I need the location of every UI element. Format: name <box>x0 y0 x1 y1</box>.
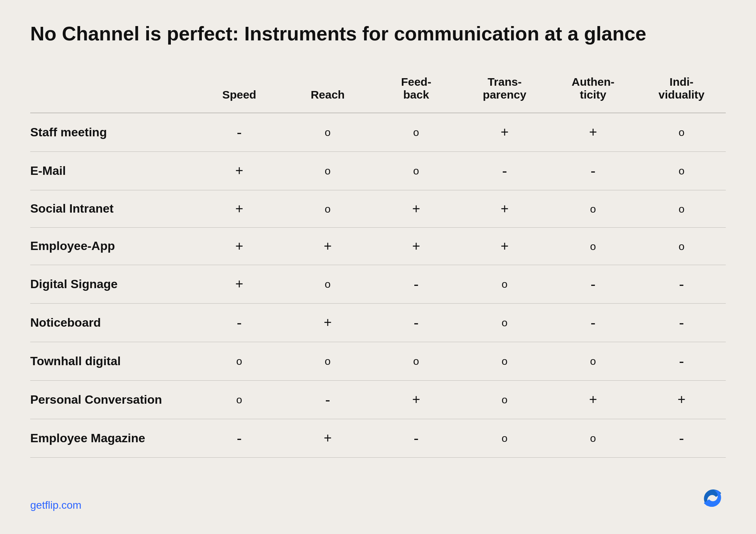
cell-symbol: - <box>237 124 242 140</box>
cell-symbol: + <box>324 238 332 254</box>
cell-feedback: - <box>372 419 460 457</box>
cell-speed: o <box>195 380 284 419</box>
cell-transparency: + <box>460 113 549 152</box>
cell-symbol: - <box>590 314 595 331</box>
cell-symbol: + <box>500 124 508 140</box>
cell-symbol: o <box>325 165 331 177</box>
cell-speed: + <box>195 227 284 265</box>
col-transparency: Trans-parency <box>460 68 549 113</box>
cell-symbol: o <box>325 355 331 367</box>
cell-symbol: o <box>413 355 419 367</box>
cell-symbol: o <box>679 203 685 215</box>
cell-symbol: - <box>237 430 242 446</box>
col-reach: Reach <box>284 68 372 113</box>
cell-authenticity: + <box>549 380 637 419</box>
cell-individuality: o <box>637 227 726 265</box>
cell-symbol: + <box>235 201 243 216</box>
row-channel-label: Personal Conversation <box>30 380 195 419</box>
cell-symbol: o <box>236 394 242 406</box>
cell-transparency: o <box>460 265 549 303</box>
col-individuality: Indi-viduality <box>637 68 726 113</box>
cell-reach: - <box>284 380 372 419</box>
cell-feedback: + <box>372 190 460 227</box>
cell-symbol: o <box>590 432 596 444</box>
cell-symbol: - <box>237 314 242 331</box>
cell-feedback: - <box>372 303 460 342</box>
cell-reach: o <box>284 265 372 303</box>
cell-feedback: - <box>372 265 460 303</box>
cell-symbol: o <box>590 355 596 367</box>
cell-symbol: o <box>590 203 596 215</box>
table-row: E-Mail+oo--o <box>30 151 726 190</box>
cell-speed: - <box>195 113 284 152</box>
cell-individuality: o <box>637 113 726 152</box>
footer-link[interactable]: getflip.com <box>30 499 81 511</box>
cell-reach: + <box>284 227 372 265</box>
cell-transparency: o <box>460 380 549 419</box>
cell-authenticity: o <box>549 227 637 265</box>
cell-speed: - <box>195 419 284 457</box>
cell-symbol: + <box>677 392 685 407</box>
cell-authenticity: - <box>549 151 637 190</box>
col-speed: Speed <box>195 68 284 113</box>
cell-feedback: + <box>372 380 460 419</box>
cell-authenticity: - <box>549 303 637 342</box>
cell-symbol: o <box>679 241 685 252</box>
row-channel-label: E-Mail <box>30 151 195 190</box>
row-channel-label: Townhall digital <box>30 342 195 380</box>
col-authenticity: Authen-ticity <box>549 68 637 113</box>
comparison-table-wrapper: Speed Reach Feed-back Trans-parency Auth… <box>30 68 726 474</box>
table-row: Employee-App++++oo <box>30 227 726 265</box>
cell-symbol: + <box>589 124 597 140</box>
cell-symbol: + <box>235 238 243 254</box>
cell-symbol: o <box>679 165 685 177</box>
cell-symbol: o <box>236 355 242 367</box>
cell-authenticity: o <box>549 342 637 380</box>
getflip-logo-icon <box>699 485 726 511</box>
cell-transparency: o <box>460 419 549 457</box>
table-row: Social Intranet+o++oo <box>30 190 726 227</box>
cell-reach: + <box>284 419 372 457</box>
cell-symbol: + <box>412 201 420 216</box>
cell-feedback: o <box>372 342 460 380</box>
cell-individuality: o <box>637 190 726 227</box>
row-channel-label: Noticeboard <box>30 303 195 342</box>
row-channel-label: Employee-App <box>30 227 195 265</box>
col-feedback: Feed-back <box>372 68 460 113</box>
cell-symbol: - <box>590 162 595 179</box>
cell-symbol: o <box>679 127 685 138</box>
cell-reach: o <box>284 151 372 190</box>
cell-symbol: - <box>414 430 418 446</box>
cell-transparency: o <box>460 342 549 380</box>
cell-symbol: + <box>235 276 243 292</box>
cell-symbol: + <box>324 430 332 446</box>
cell-symbol: + <box>412 392 420 407</box>
table-row: Staff meeting-oo++o <box>30 113 726 152</box>
cell-speed: - <box>195 303 284 342</box>
cell-symbol: o <box>502 394 508 406</box>
cell-symbol: - <box>502 162 507 179</box>
cell-speed: + <box>195 265 284 303</box>
cell-transparency: - <box>460 151 549 190</box>
col-channel <box>30 68 195 113</box>
cell-symbol: + <box>235 163 243 178</box>
cell-transparency: o <box>460 303 549 342</box>
cell-symbol: o <box>325 203 331 215</box>
cell-symbol: - <box>590 276 595 292</box>
cell-individuality: - <box>637 303 726 342</box>
table-row: Personal Conversationo-+o++ <box>30 380 726 419</box>
cell-symbol: o <box>502 278 508 290</box>
cell-speed: + <box>195 190 284 227</box>
cell-symbol: o <box>502 317 508 329</box>
row-channel-label: Employee Magazine <box>30 419 195 457</box>
row-channel-label: Social Intranet <box>30 190 195 227</box>
cell-transparency: + <box>460 227 549 265</box>
table-row: Noticeboard-+-o-- <box>30 303 726 342</box>
table-header-row: Speed Reach Feed-back Trans-parency Auth… <box>30 68 726 113</box>
cell-feedback: o <box>372 151 460 190</box>
cell-symbol: o <box>502 355 508 367</box>
page-title: No Channel is perfect: Instruments for c… <box>30 23 726 45</box>
cell-feedback: o <box>372 113 460 152</box>
cell-individuality: + <box>637 380 726 419</box>
cell-symbol: - <box>679 314 684 331</box>
